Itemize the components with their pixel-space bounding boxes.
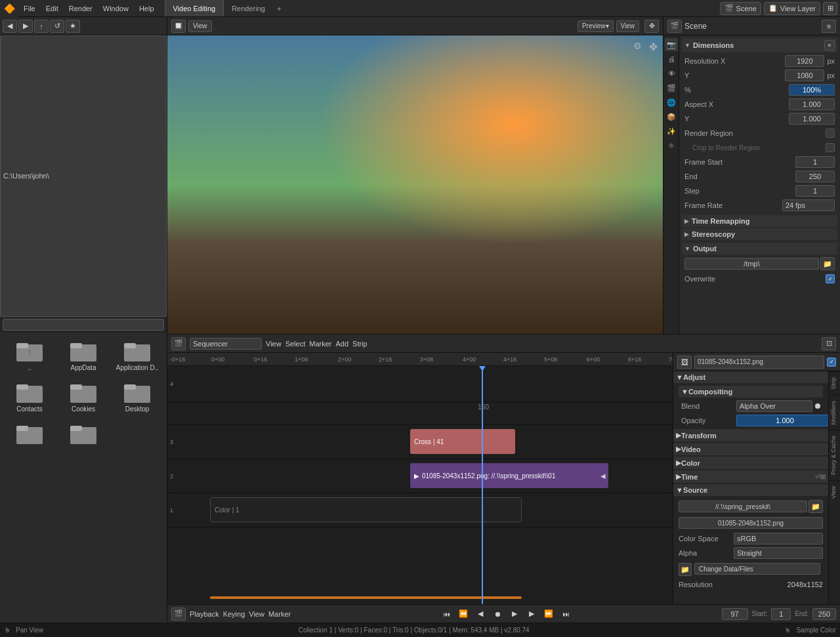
pb-prev-key[interactable]: ⏪ (457, 607, 470, 621)
alpha-dropdown[interactable]: Straight Premultiplied (734, 547, 823, 559)
blend-dropdown[interactable]: Alpha Over (736, 400, 812, 412)
source-path1-input[interactable] (679, 501, 807, 512)
color-header[interactable]: ▶ Color (673, 457, 828, 469)
pb-stop[interactable]: ⏺ (491, 607, 504, 621)
dimensions-menu-btn[interactable]: ≡ (824, 40, 835, 51)
props-tab-scene[interactable]: 🎬 (665, 81, 678, 94)
menu-render[interactable]: Render (64, 0, 98, 16)
preview-mode-btn[interactable]: Preview ▾ (578, 20, 614, 32)
pb-jump-start[interactable]: ⏮ (440, 607, 453, 621)
seq-menu-marker[interactable]: Marker (309, 340, 331, 348)
pb-menu-keying[interactable]: Keying (223, 610, 245, 618)
props-tab-object[interactable]: 📦 (665, 110, 678, 123)
view-layer-selector[interactable]: 📋 View Layer (764, 2, 820, 15)
props-tab-particles[interactable]: ✨ (665, 125, 678, 138)
file-item-application[interactable]: Application D.. (113, 338, 161, 374)
clip-color[interactable]: Color | 1 (210, 497, 522, 522)
props-tab-view[interactable]: 👁 (665, 67, 678, 80)
seq-collapse-btn[interactable]: ⊡ (822, 337, 836, 350)
source-browse-btn1[interactable]: 📁 (808, 500, 823, 513)
file-item-parent[interactable]: ↑ .. (5, 338, 54, 374)
output-path-input[interactable] (684, 258, 819, 270)
output-browse-btn[interactable]: 📁 (820, 257, 835, 270)
path-bar[interactable]: C:\Users\john\ (0, 35, 167, 317)
view-btn[interactable]: View (188, 20, 212, 32)
frame-rate-dropdown[interactable]: 24 fps 25 fps 30 fps (782, 199, 835, 211)
file-item-cookies[interactable]: Cookies (59, 379, 108, 415)
workspace-tab-video-editing[interactable]: Video Editing (165, 0, 224, 16)
transform-header[interactable]: ▶ Transform (673, 429, 828, 442)
adjust-section-header[interactable]: ▼ Adjust (673, 371, 828, 383)
pb-menu-marker[interactable]: Marker (268, 610, 291, 618)
props-tab-physics[interactable]: ⚛ (665, 139, 678, 152)
frame-start-input[interactable] (795, 156, 835, 168)
seq-side-tab-view[interactable]: View (829, 480, 840, 504)
time-remapping-header[interactable]: ▶ Time Remapping (682, 215, 837, 227)
aspect-y-input[interactable] (789, 113, 835, 125)
source-path2-input[interactable] (679, 517, 823, 529)
resolution-y-input[interactable] (785, 70, 824, 81)
menu-help[interactable]: Help (134, 0, 159, 16)
compositing-header[interactable]: ▼ Compositing (679, 386, 823, 398)
props-header-btn[interactable]: 🎬 (667, 20, 682, 33)
props-collapse-btn[interactable]: ≡ (822, 20, 836, 33)
view-tab[interactable]: View (616, 20, 640, 32)
pb-mode-btn[interactable]: 🎬 (171, 607, 186, 621)
frame-end-input[interactable] (795, 171, 835, 182)
file-item-appdata[interactable]: AppData (59, 338, 108, 374)
start-frame-input[interactable] (771, 608, 791, 620)
menu-file[interactable]: File (18, 0, 41, 16)
aspect-x-input[interactable] (789, 98, 835, 110)
time-header[interactable]: ▶ Time ⏎⊞ (673, 470, 828, 483)
file-item-8[interactable] (59, 421, 108, 449)
scene-selector[interactable]: 🎬 Scene (720, 2, 761, 15)
color-space-dropdown[interactable]: sRGB (734, 533, 823, 545)
props-tab-world[interactable]: 🌐 (665, 96, 678, 109)
stereoscopy-header[interactable]: ▶ Stereoscopy (682, 228, 837, 240)
menu-window[interactable]: Window (98, 0, 134, 16)
file-item-desktop[interactable]: Desktop (113, 379, 161, 415)
pb-prev-frame[interactable]: ◀ (474, 607, 487, 621)
adj-visible-check[interactable]: ✓ (827, 358, 836, 367)
resolution-pct-input[interactable] (789, 84, 835, 96)
source-section-header[interactable]: ▼ Source (673, 484, 828, 496)
seq-menu-strip[interactable]: Strip (352, 340, 368, 348)
pb-menu-view[interactable]: View (249, 610, 264, 618)
output-section-header[interactable]: ▼ Output (682, 243, 837, 255)
fb-forward-button[interactable]: ▶ (18, 20, 33, 33)
pb-play[interactable]: ▶ (508, 607, 521, 621)
file-item-contacts[interactable]: Contacts (5, 379, 54, 415)
seq-menu-add[interactable]: Add (335, 340, 348, 348)
workspace-add-button[interactable]: + (273, 0, 285, 16)
pb-next-key[interactable]: ⏩ (542, 607, 555, 621)
file-item-7[interactable] (5, 421, 54, 449)
seq-menu-select[interactable]: Select (285, 340, 306, 348)
fullscreen-button[interactable]: ⊞ (823, 2, 837, 15)
resolution-x-input[interactable] (785, 55, 824, 67)
props-tab-output[interactable]: 🖨 (665, 52, 678, 66)
fb-up-button[interactable]: ↑ (34, 20, 49, 33)
current-frame-input[interactable] (722, 608, 748, 620)
menu-edit[interactable]: Edit (41, 0, 64, 16)
props-tab-render[interactable]: 📷 (665, 38, 678, 51)
pb-next-frame[interactable]: ▶ (525, 607, 538, 621)
seq-side-tab-strip[interactable]: Strip (829, 371, 840, 395)
pb-menu-playback[interactable]: Playback (190, 610, 219, 618)
workspace-tab-rendering[interactable]: Rendering (224, 0, 273, 16)
fb-refresh-button[interactable]: ↺ (50, 20, 64, 33)
seq-side-tab-proxy[interactable]: Proxy & Cache (829, 430, 840, 480)
clip-image[interactable]: ▶ 01085-2043x1152.png: //.\\spring_press… (410, 463, 608, 488)
dimensions-section-header[interactable]: ▼ Dimensions ≡ (682, 38, 837, 52)
seq-mode-dropdown[interactable]: Sequencer (190, 338, 262, 350)
viewport-mode-btn[interactable]: 🔲 (171, 20, 186, 33)
opacity-input[interactable] (736, 415, 828, 426)
render-region-checkbox[interactable] (826, 129, 835, 138)
overwrite-checkbox[interactable]: ✓ (826, 274, 835, 283)
pb-jump-end[interactable]: ⏭ (559, 607, 572, 621)
seq-side-tab-modifiers[interactable]: Modifiers (829, 395, 840, 430)
adj-file-btn[interactable]: 🖼 (677, 356, 692, 369)
crop-render-checkbox[interactable] (826, 143, 835, 152)
seq-timeline[interactable]: -0+16 0+00 0+16 1+08 2+00 2+16 3+08 4+00… (167, 353, 673, 604)
seq-menu-view[interactable]: View (266, 340, 282, 348)
fb-back-button[interactable]: ◀ (3, 20, 17, 33)
